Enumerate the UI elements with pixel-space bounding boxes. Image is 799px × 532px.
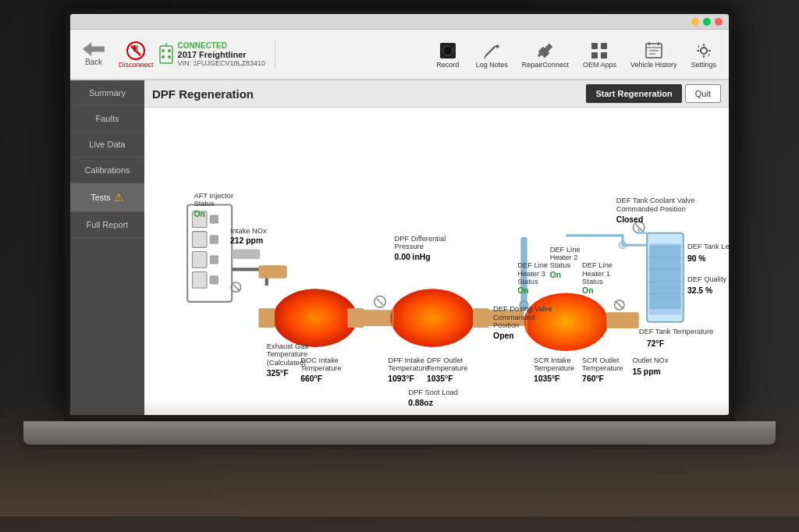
svg-point-45 [390,289,474,347]
svg-text:760°F: 760°F [582,374,604,383]
svg-text:212 ppm: 212 ppm [230,236,263,245]
sidebar-item-full-report[interactable]: Full Report [70,212,144,238]
svg-point-7 [168,49,171,52]
svg-rect-18 [601,52,607,59]
log-notes-button[interactable]: Log Notes [468,37,516,72]
oem-apps-button[interactable]: OEM Apps [575,37,624,72]
settings-icon [694,41,714,61]
svg-text:DEF Line: DEF Line [550,246,581,254]
svg-text:On: On [517,286,528,295]
svg-text:1035°F: 1035°F [427,374,453,383]
vehicle-icon [158,43,174,66]
svg-rect-15 [591,43,598,49]
svg-rect-2 [133,45,136,51]
svg-rect-4 [160,46,172,63]
svg-text:Temperature: Temperature [534,364,574,372]
svg-rect-40 [258,308,275,328]
svg-text:Status: Status [517,278,538,286]
svg-text:On: On [582,286,593,295]
svg-rect-31 [192,271,207,288]
svg-point-51 [524,293,608,351]
svg-text:Closed: Closed [616,215,644,224]
svg-point-11 [443,46,453,55]
disconnect-button[interactable]: Disconnect [119,41,154,69]
repair-connect-button[interactable]: RepairConnect [516,37,575,72]
svg-point-9 [168,55,171,59]
svg-text:DPF Outlet: DPF Outlet [427,356,463,364]
svg-text:1035°F: 1035°F [534,374,560,383]
vehicle-history-button[interactable]: Vehicle History [624,37,684,72]
svg-rect-41 [347,308,364,328]
quit-button[interactable]: Quit [685,84,721,103]
svg-text:DPF Differential: DPF Differential [395,235,446,243]
svg-text:On: On [194,210,204,218]
toolbar-actions: Record Log Notes [287,37,724,72]
svg-text:AFT Injector: AFT Injector [194,192,233,200]
svg-text:Status: Status [550,261,571,269]
vehicle-info: CONNECTED 2017 Freightliner VIN: 1FUJGEC… [158,41,266,67]
svg-text:0.00 inHg: 0.00 inHg [395,253,431,261]
svg-point-8 [162,55,165,59]
svg-line-14 [485,56,485,59]
svg-text:Commanded: Commanded [493,314,534,321]
sidebar-item-faults[interactable]: Faults [70,106,144,132]
svg-rect-35 [210,276,218,284]
record-button[interactable]: Record [428,37,468,72]
svg-text:DEF Line: DEF Line [582,261,613,269]
toolbar: Back Disconnect [70,30,729,80]
svg-point-25 [701,48,707,54]
sidebar-item-calibrations[interactable]: Calibrations [70,158,144,183]
oem-apps-icon [589,41,609,61]
vin-display: VIN: 1FUJGECV18LZ83410 [178,59,266,67]
svg-text:1093°F: 1093°F [388,374,414,383]
dpf-diagram: AFT Injector Status On Intake NOx 212 pp… [144,108,729,415]
svg-rect-32 [210,215,218,223]
svg-text:DOC Intake: DOC Intake [300,356,339,364]
svg-rect-30 [192,252,207,268]
connected-label: CONNECTED [178,41,266,50]
svg-text:Heater 2: Heater 2 [550,254,578,261]
back-button[interactable]: Back [75,42,112,66]
settings-button[interactable]: Settings [683,37,724,72]
svg-rect-42 [362,310,394,326]
svg-rect-29 [192,232,207,248]
minimize-button[interactable] [691,18,699,26]
connection-section: Disconnect CONNECTED [119,41,275,69]
maximize-button[interactable] [703,18,711,26]
svg-text:Temperature: Temperature [427,364,467,372]
sidebar-item-tests[interactable]: Tests ⚠ [70,183,144,212]
svg-text:Position: Position [493,321,519,329]
svg-text:Heater 1: Heater 1 [582,270,610,278]
svg-text:Temperature: Temperature [300,364,341,372]
svg-text:Temperature: Temperature [582,364,623,372]
start-regeneration-button[interactable]: Start Regeneration [586,84,681,103]
svg-line-12 [485,46,495,56]
svg-text:DPF Intake: DPF Intake [388,356,424,364]
svg-text:Outlet NOx: Outlet NOx [632,356,668,364]
svg-rect-3 [136,45,138,51]
svg-rect-46 [392,308,393,328]
svg-rect-66 [232,249,260,258]
sidebar-item-summary[interactable]: Summary [70,80,144,106]
disconnect-icon [126,41,146,61]
page-title: DPF Regeneration [152,87,254,101]
svg-text:Temperature: Temperature [388,364,428,372]
app-body: Summary Faults Live Data Calibrations Te… [70,80,729,415]
svg-text:15 ppm: 15 ppm [632,367,660,376]
close-button[interactable] [715,18,723,26]
svg-text:Commanded Position: Commanded Position [616,205,686,213]
svg-rect-16 [601,43,607,49]
main-content: DPF Regeneration Start Regeneration Quit [144,80,729,415]
svg-text:Open: Open [493,332,513,340]
svg-text:90 %: 90 % [687,254,706,263]
svg-text:325°F: 325°F [267,369,289,378]
log-notes-icon [481,41,502,61]
svg-text:DEF Line: DEF Line [517,261,548,269]
svg-text:DEF Tank Temperature: DEF Tank Temperature [639,328,714,335]
sidebar-item-live-data[interactable]: Live Data [70,132,144,158]
svg-text:Heater 3: Heater 3 [517,270,545,278]
svg-text:DEF Tank Level: DEF Tank Level [687,243,729,250]
svg-text:DEF Dosing Valve: DEF Dosing Valve [493,305,552,313]
warning-icon: ⚠ [114,191,124,204]
svg-rect-38 [258,265,286,278]
